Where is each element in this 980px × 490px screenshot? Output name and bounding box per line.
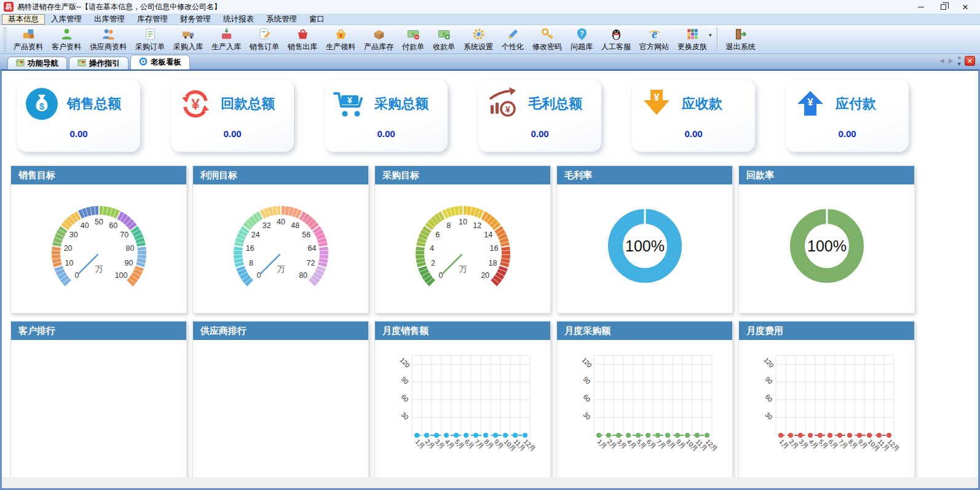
- panel-title-purchase-target: 采购目标: [375, 166, 550, 184]
- monthly-sales-chart: 3060901201月2月3月4月5月6月7月8月9月10月11月12月: [375, 340, 550, 478]
- scroll-tabs-right-button[interactable]: ▶: [949, 58, 954, 64]
- svg-text:2: 2: [431, 259, 435, 267]
- tab-operation-guide[interactable]: 操作指引: [69, 57, 128, 69]
- svg-text:120: 120: [580, 356, 593, 369]
- purchase-inbound-icon: [181, 27, 196, 41]
- toolbar-button-official-website[interactable]: e官方网站: [635, 26, 673, 53]
- restore-button[interactable]: [932, 1, 954, 13]
- title-bar: 易 易特进销存生产版--【请在基本信息，公司信息中修改公司名】 ×: [0, 0, 980, 14]
- toolbar-button-product-inventory[interactable]: 产品库存: [360, 26, 398, 53]
- toolbar: 产品资料客户资料供应商资料采购订单采购入库生产入库销售订单销售出库¥生产领料产品…: [0, 25, 980, 54]
- tab-list-button[interactable]: »▾: [957, 55, 960, 67]
- card-top: ¥应付款: [786, 79, 909, 121]
- scroll-tabs-left-button[interactable]: ◀: [939, 58, 944, 64]
- panel-collection-rate: 回款率100%: [738, 165, 915, 314]
- card-value: 0.00: [478, 128, 601, 139]
- svg-text:12月: 12月: [523, 438, 537, 452]
- panel-title-monthly-purchase: 月度采购额: [557, 322, 732, 340]
- card-collection-total: ¥回款总额0.00: [171, 79, 294, 152]
- toolbar-button-customer-service[interactable]: 人工客服: [597, 26, 635, 53]
- toolbar-button-change-skin[interactable]: 更换皮肤: [673, 26, 711, 53]
- toolbar-button-supplier-data[interactable]: 供应商资料: [85, 26, 131, 53]
- menu-item-window-menu[interactable]: 窗口: [303, 14, 331, 25]
- card-purchase-total: ¥采购总额0.00: [325, 79, 448, 152]
- svg-text:¥: ¥: [654, 92, 660, 103]
- card-top: ¥应收款: [632, 79, 755, 121]
- official-website-icon: e: [647, 27, 662, 41]
- svg-text:32: 32: [263, 221, 271, 230]
- close-button[interactable]: ×: [954, 1, 976, 13]
- svg-text:14: 14: [484, 231, 492, 239]
- svg-text:8月: 8月: [483, 438, 496, 450]
- svg-text:9月: 9月: [857, 438, 869, 450]
- panel-monthly-purchase: 月度采购额3060901201月2月3月4月5月6月7月8月9月10月11月12…: [556, 321, 733, 478]
- customer-service-icon: [609, 27, 623, 41]
- product-inventory-icon: [372, 27, 386, 41]
- toolbar-button-receipt-bill[interactable]: 收款单: [429, 26, 459, 53]
- toolbar-button-customer-data[interactable]: 客户资料: [47, 26, 85, 53]
- personalization-icon: [506, 27, 520, 41]
- svg-text:100%: 100%: [625, 237, 665, 255]
- card-title: 应付款: [836, 95, 876, 113]
- tab-label: 功能导航: [28, 58, 58, 69]
- toolbar-button-production-inbound[interactable]: 生产入库: [207, 26, 245, 53]
- cart-yen-icon: ¥: [332, 87, 366, 121]
- svg-text:万: 万: [459, 264, 467, 274]
- toolbar-button-product-data[interactable]: 产品资料: [9, 26, 47, 53]
- collection-rate-chart: 100%: [739, 184, 914, 313]
- svg-text:20: 20: [64, 244, 73, 253]
- svg-text:12: 12: [473, 221, 481, 230]
- toolbar-button-purchase-order[interactable]: 采购订单: [131, 26, 169, 53]
- menu-item-outbound-management[interactable]: 出库管理: [88, 14, 131, 25]
- card-gross-profit-total: ¥毛利总额0.00: [478, 79, 601, 152]
- skin-dropdown-caret-icon[interactable]: ▾: [709, 32, 712, 38]
- svg-text:40: 40: [277, 218, 285, 226]
- toolbar-button-sales-order[interactable]: 销售订单: [245, 26, 283, 53]
- panel-title-supplier-ranking: 供应商排行: [193, 322, 368, 340]
- svg-text:30: 30: [400, 411, 410, 421]
- toolbar-label: 更换皮肤: [678, 42, 707, 52]
- svg-text:6: 6: [435, 231, 440, 239]
- card-title: 回款总额: [221, 95, 275, 113]
- svg-text:80: 80: [125, 244, 134, 253]
- toolbar-button-personalization[interactable]: 个性化: [497, 26, 528, 53]
- menu-item-finance-management[interactable]: 财务管理: [174, 14, 217, 25]
- tab-strip: 功能导航操作指引老板看板: [7, 55, 192, 69]
- system-settings-icon: [472, 27, 486, 41]
- toolbar-button-question-bank[interactable]: ?问题库: [566, 26, 597, 53]
- svg-text:10: 10: [459, 218, 467, 226]
- menu-item-inventory-management[interactable]: 库存管理: [131, 14, 174, 25]
- card-value: 0.00: [171, 128, 294, 139]
- svg-text:60: 60: [400, 393, 410, 403]
- menu-item-inbound-management[interactable]: 入库管理: [45, 14, 88, 25]
- purchase-target-chart: 02468101214161820万: [375, 184, 550, 313]
- app-logo-icon: 易: [4, 2, 14, 12]
- tab-function-nav[interactable]: 功能导航: [7, 57, 67, 69]
- summary-cards-row: $销售总额0.00¥回款总额0.00¥采购总额0.00¥毛利总额0.00¥应收款…: [2, 71, 978, 152]
- tab-boss-dashboard[interactable]: 老板看板: [130, 55, 190, 69]
- toolbar-button-system-settings[interactable]: 系统设置: [459, 26, 497, 53]
- menu-item-statistics-reports[interactable]: 统计报表: [217, 14, 260, 25]
- toolbar-label: 退出系统: [726, 42, 756, 52]
- toolbar-button-exit-system[interactable]: 退出系统: [722, 26, 760, 53]
- svg-text:70: 70: [120, 231, 128, 239]
- menu-item-system-management[interactable]: 系统管理: [260, 14, 303, 25]
- toolbar-button-purchase-inbound[interactable]: 采购入库: [169, 26, 207, 53]
- toolbar-button-payment-bill[interactable]: 付款单: [398, 26, 429, 53]
- toolbar-button-sales-outbound[interactable]: 销售出库: [283, 26, 322, 53]
- svg-text:4月: 4月: [626, 438, 638, 450]
- menu-item-basic-info[interactable]: 基本信息: [2, 14, 45, 25]
- panel-monthly-sales: 月度销售额3060901201月2月3月4月5月6月7月8月9月10月11月12…: [374, 321, 551, 478]
- panel-title-monthly-expense: 月度费用: [739, 322, 914, 340]
- toolbar-button-production-material[interactable]: ¥生产领料: [322, 26, 360, 53]
- close-tab-button[interactable]: ✕: [965, 56, 975, 66]
- svg-text:6月: 6月: [646, 438, 658, 450]
- svg-text:e: e: [652, 27, 657, 41]
- svg-text:¥: ¥: [505, 105, 510, 114]
- toolbar-grip[interactable]: [4, 27, 6, 52]
- customer-ranking-chart: [11, 340, 186, 478]
- card-payable: ¥应付款0.00: [786, 79, 909, 152]
- toolbar-button-change-password[interactable]: 修改密码: [528, 26, 566, 53]
- toolbar-label: 收款单: [433, 42, 455, 52]
- minimize-button[interactable]: [910, 1, 932, 13]
